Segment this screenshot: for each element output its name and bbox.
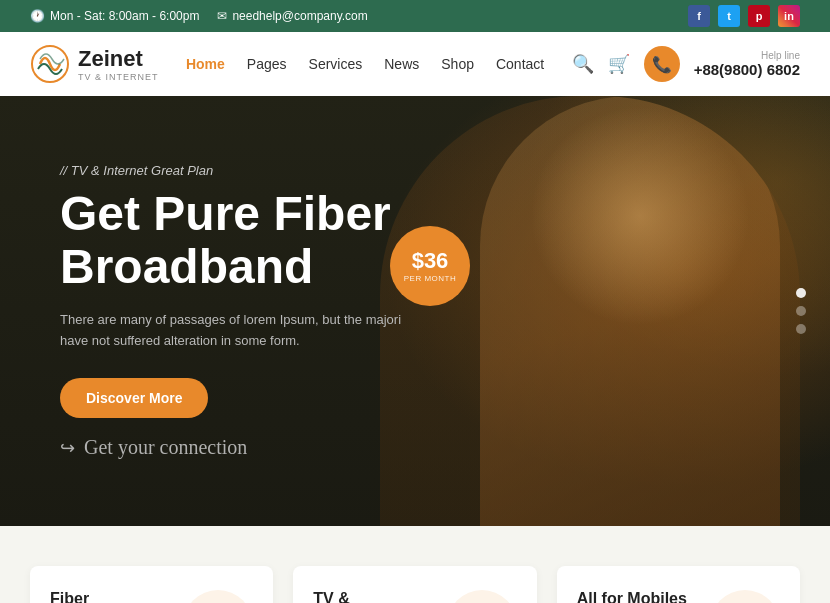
nav-contact[interactable]: Contact xyxy=(496,56,544,72)
nav-shop[interactable]: Shop xyxy=(441,56,474,72)
contact-email: ✉ needhelp@company.com xyxy=(217,9,367,23)
logo-icon xyxy=(30,44,70,84)
hero-description: There are many of passages of lorem Ipsu… xyxy=(60,310,410,352)
discover-more-button[interactable]: Discover More xyxy=(60,378,208,418)
helpline: Help line +88(9800) 6802 xyxy=(694,50,800,79)
email-icon: ✉ xyxy=(217,9,227,23)
logo-text-wrap: Zeinet TV & Internet xyxy=(78,46,159,82)
logo[interactable]: Zeinet TV & Internet xyxy=(30,44,159,84)
hero-cursive-text: ↪ Get your connection xyxy=(60,436,410,459)
service-card-fiber: Fiber Broadband Nam nec est id dui effic… xyxy=(30,566,273,603)
search-icon[interactable]: 🔍 xyxy=(572,53,594,75)
service-fiber-icon-wrap xyxy=(183,590,253,603)
social-links: f t p in xyxy=(688,5,800,27)
nav-news[interactable]: News xyxy=(384,56,419,72)
phone-icon[interactable]: 📞 xyxy=(644,46,680,82)
service-mobile-text: All for Mobiles Nam nec est id dui effic… xyxy=(577,590,694,603)
service-tv-icon-wrap: TV xyxy=(447,590,517,603)
arrow-icon: ↪ xyxy=(60,438,75,458)
nav-home[interactable]: Home xyxy=(186,56,225,72)
nav-services[interactable]: Services xyxy=(309,56,363,72)
facebook-icon[interactable]: f xyxy=(688,5,710,27)
slider-nav xyxy=(796,288,806,334)
twitter-icon[interactable]: t xyxy=(718,5,740,27)
service-tv-text: TV & Streaming Nam nec est id dui effici… xyxy=(313,590,430,603)
service-card-mobile: All for Mobiles Nam nec est id dui effic… xyxy=(557,566,800,603)
service-card-tv: TV & Streaming Nam nec est id dui effici… xyxy=(293,566,536,603)
hero-title: Get Pure Fiber Broadband xyxy=(60,188,410,294)
slider-dot-1[interactable] xyxy=(796,288,806,298)
service-fiber-text: Fiber Broadband Nam nec est id dui effic… xyxy=(50,590,167,603)
hero-section: $36 PER MONTH // TV & Internet Great Pla… xyxy=(0,96,830,526)
services-section: Fiber Broadband Nam nec est id dui effic… xyxy=(0,526,830,603)
header: Zeinet TV & Internet Home Pages Services… xyxy=(0,32,830,96)
service-fiber-title: Fiber Broadband xyxy=(50,590,167,603)
service-mobile-title: All for Mobiles xyxy=(577,590,694,603)
main-nav: Home Pages Services News Shop Contact xyxy=(186,56,544,72)
cart-icon[interactable]: 🛒 xyxy=(608,53,630,75)
person-head-glow xyxy=(530,106,750,326)
hero-content: // TV & Internet Great Plan Get Pure Fib… xyxy=(0,163,470,458)
service-tv-title: TV & Streaming xyxy=(313,590,430,603)
business-hours: 🕐 Mon - Sat: 8:00am - 6:00pm xyxy=(30,9,199,23)
slider-dot-2[interactable] xyxy=(796,306,806,316)
service-mobile-icon-wrap xyxy=(710,590,780,603)
instagram-icon[interactable]: in xyxy=(778,5,800,27)
top-bar-left: 🕐 Mon - Sat: 8:00am - 6:00pm ✉ needhelp@… xyxy=(30,9,368,23)
services-grid: Fiber Broadband Nam nec est id dui effic… xyxy=(30,566,800,603)
pinterest-icon[interactable]: p xyxy=(748,5,770,27)
price-bubble: $36 PER MONTH xyxy=(390,226,470,306)
slider-dot-3[interactable] xyxy=(796,324,806,334)
header-right: 🔍 🛒 📞 Help line +88(9800) 6802 xyxy=(572,46,800,82)
hero-tagline: // TV & Internet Great Plan xyxy=(60,163,410,178)
top-bar: 🕐 Mon - Sat: 8:00am - 6:00pm ✉ needhelp@… xyxy=(0,0,830,32)
clock-icon: 🕐 xyxy=(30,9,45,23)
nav-pages[interactable]: Pages xyxy=(247,56,287,72)
